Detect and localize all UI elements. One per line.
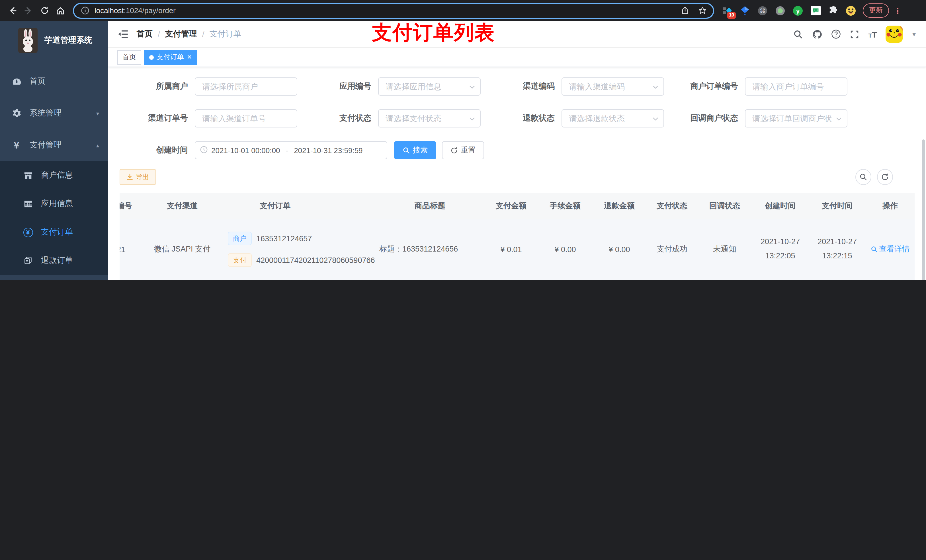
status-dot-extension-icon[interactable]	[775, 5, 785, 16]
sidebar-item-pay-order[interactable]: ¥ 支付订单	[0, 218, 108, 246]
share-icon[interactable]	[680, 5, 690, 16]
refund-status-select[interactable]	[561, 109, 664, 127]
table-toolbar: 导出	[120, 169, 915, 185]
reset-button[interactable]: 重置	[442, 141, 484, 159]
sidebar-item-label: 首页	[30, 76, 45, 86]
dashboard-icon	[11, 76, 22, 86]
sidebar-item-refund-order[interactable]: 退款订单	[0, 246, 108, 275]
sidebar-item-infrastructure[interactable]: 基础设施 ▾	[0, 275, 108, 280]
scrollbar-thumb[interactable]	[922, 139, 925, 280]
gear-icon	[11, 108, 22, 118]
font-size-icon[interactable]: TT	[869, 29, 877, 39]
y-extension-icon[interactable]: y	[793, 5, 803, 16]
logo-bunny-image	[18, 28, 38, 53]
browser-menu-icon[interactable]: ⋮	[894, 6, 902, 15]
kite-extension-icon[interactable]	[740, 5, 750, 16]
col-notify-status: 回调状态	[698, 193, 752, 219]
field-label: 支付状态	[316, 113, 378, 124]
bookmark-star-icon[interactable]	[697, 5, 707, 16]
refund-amount: ¥ 0.00	[592, 219, 646, 280]
filter-merchant-order-no: 商户订单编号	[682, 77, 865, 96]
pay-tag: 支付	[228, 254, 252, 267]
active-dot	[149, 55, 154, 59]
filter-app-id: 应用编号	[316, 77, 499, 96]
refresh-button[interactable]	[877, 169, 893, 185]
shop-icon	[23, 170, 33, 180]
sidebar-item-label: 应用信息	[41, 199, 73, 209]
sidebar-item-payment[interactable]: ¥ 支付管理 ▴	[0, 129, 108, 161]
page-content: 所属商户 应用编号 渠道编码 商户订单编号	[108, 67, 926, 280]
sidebar-item-home[interactable]: 首页	[0, 65, 108, 97]
merchant-order-no-input[interactable]	[745, 77, 847, 96]
sidebar-item-label: 退款订单	[41, 255, 73, 266]
logo[interactable]: 芋道管理系统	[0, 21, 108, 59]
field-label: 渠道订单号	[132, 113, 195, 124]
fee-amount: ¥ 0.00	[538, 219, 592, 280]
pay-order-cell: 商户1635312124657 支付4200001174202110278060…	[222, 232, 376, 267]
breadcrumb: 首页 / 支付管理 / 支付订单	[137, 29, 242, 39]
close-icon[interactable]: ✕	[187, 54, 192, 60]
sidebar-collapse-icon[interactable]	[117, 29, 129, 40]
emoji-extension-icon[interactable]	[846, 5, 856, 16]
avatar-caret-icon[interactable]: ▼	[911, 31, 917, 37]
user-avatar[interactable]	[885, 26, 903, 43]
view-detail-link[interactable]: 查看详情	[870, 245, 910, 255]
table-row: 21 微信 JSAPI 支付 商户1635312124657 支付4200001…	[120, 219, 915, 280]
create-clock: 13:22:05	[752, 249, 809, 264]
pay-status-select[interactable]	[378, 109, 481, 127]
github-icon[interactable]	[812, 29, 822, 39]
sidebar: 芋道管理系统 首页 系统管理 ▾ ¥ 支付	[0, 21, 108, 280]
help-icon[interactable]	[831, 29, 841, 39]
browser-chrome: localhost:1024/pay/order 10 ⌘	[0, 0, 926, 21]
export-button[interactable]: 导出	[120, 169, 156, 185]
chat-extension-icon[interactable]	[810, 5, 821, 16]
tag-pay-order[interactable]: 支付订单 ✕	[144, 50, 197, 65]
date-range-picker[interactable]: 2021-10-01 00:00:00 - 2021-10-31 23:59:5…	[195, 141, 387, 159]
sketch-extension-icon[interactable]: 10	[722, 5, 732, 16]
tag-label: 首页	[123, 52, 136, 62]
breadcrumb-home[interactable]: 首页	[137, 29, 153, 39]
extension-badge: 10	[727, 12, 736, 18]
address-bar[interactable]: localhost:1024/pay/order	[73, 3, 714, 18]
toggle-search-button[interactable]	[855, 169, 872, 185]
search-button[interactable]: 搜索	[394, 141, 436, 159]
sidebar-item-app-info[interactable]: 应用信息	[0, 190, 108, 218]
channel-code-select[interactable]	[561, 77, 664, 96]
browser-home-button[interactable]	[52, 3, 68, 18]
channel-order-no-input[interactable]	[195, 109, 297, 127]
extensions-bar: 10 ⌘ y	[722, 5, 856, 16]
merchant-input[interactable]	[195, 77, 297, 96]
fullscreen-icon[interactable]	[850, 29, 860, 39]
top-navbar: 首页 / 支付管理 / 支付订单 支付订单列表	[108, 21, 926, 48]
breadcrumb-separator: /	[158, 30, 160, 39]
browser-forward-button[interactable]	[21, 3, 36, 18]
breadcrumb-payment[interactable]: 支付管理	[165, 29, 197, 39]
chevron-down-icon	[835, 115, 842, 121]
app-id-select[interactable]	[378, 77, 481, 96]
field-label: 退款状态	[499, 113, 561, 124]
filter-channel-code: 渠道编码	[499, 77, 682, 96]
url-text[interactable]: localhost:1024/pay/order	[95, 6, 680, 15]
site-info-icon[interactable]	[80, 5, 90, 16]
sidebar-item-merchant-info[interactable]: 商户信息	[0, 161, 108, 190]
filter-channel-order-no: 渠道订单号	[132, 109, 316, 127]
extensions-puzzle-icon[interactable]	[828, 5, 838, 16]
search-icon[interactable]	[793, 29, 803, 39]
pay-status: 支付成功	[646, 219, 698, 280]
export-button-label: 导出	[136, 172, 149, 182]
tag-home[interactable]: 首页	[117, 50, 141, 65]
sidebar-item-system[interactable]: 系统管理 ▾	[0, 97, 108, 129]
create-date: 2021-10-27	[752, 235, 809, 249]
browser-back-button[interactable]	[5, 3, 21, 18]
sidebar-item-label: 支付订单	[41, 227, 73, 237]
grid-icon	[23, 199, 33, 209]
tag-label: 支付订单	[157, 52, 184, 62]
breadcrumb-pay-order: 支付订单	[210, 29, 242, 39]
col-refund: 退款金额	[592, 193, 646, 219]
chevron-up-icon: ▴	[96, 142, 99, 148]
browser-update-button[interactable]: 更新	[863, 3, 889, 18]
browser-reload-button[interactable]	[36, 3, 52, 18]
command-extension-icon[interactable]: ⌘	[757, 5, 768, 16]
app-title: 芋道管理系统	[44, 35, 92, 45]
notify-status-select[interactable]	[745, 109, 847, 127]
